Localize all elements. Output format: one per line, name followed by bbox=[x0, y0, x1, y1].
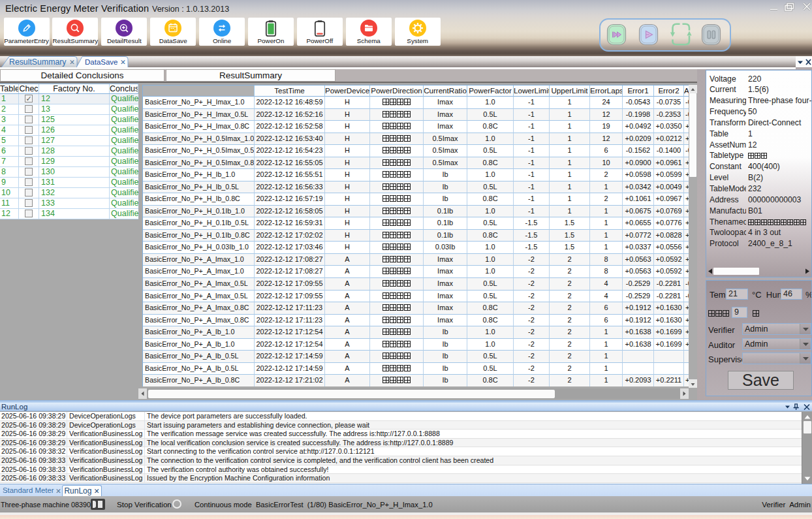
svg-text:DataSave: DataSave bbox=[85, 58, 118, 66]
svg-text:✕: ✕ bbox=[120, 58, 126, 66]
svg-text:ResultSummary: ResultSummary bbox=[9, 57, 67, 67]
svg-text:✕: ✕ bbox=[69, 58, 75, 66]
